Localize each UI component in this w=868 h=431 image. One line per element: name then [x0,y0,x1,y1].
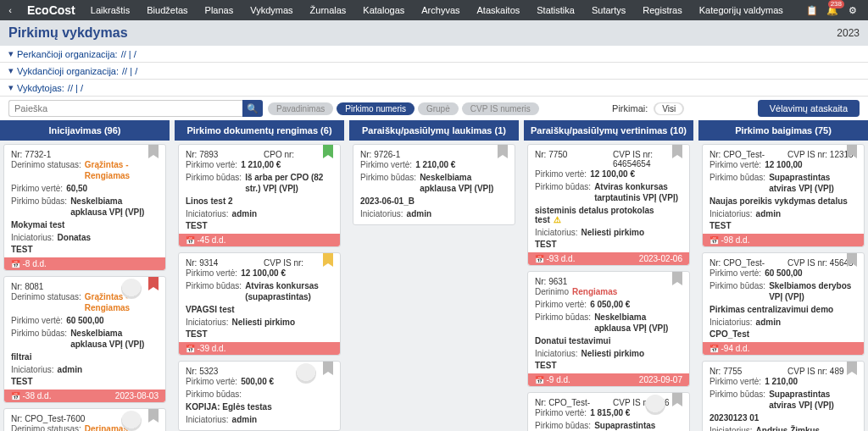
funnel-icon: ▾ [8,48,14,59]
card[interactable]: Nr: CPO_Test-CVP IS nr: 45645Pirkimo ver… [702,252,865,356]
pirkimai-label: Pirkimai: [612,103,648,113]
filter-panel: ▾ Perkančioji organizacija: // | / ▾ Vyk… [0,46,868,97]
card-footer: -98 d.d. [703,234,864,246]
card-title: 20230123 01 [709,413,857,423]
nav-item[interactable]: Ataskaitos [469,0,529,20]
logo: EcoCost [20,3,82,17]
card-title: sisteminis detalus protokolas test⚠ [535,206,682,224]
avatar [296,363,316,384]
board-column: Pirkimo dokumentų rengimas (6)Nr: 7893CP… [175,120,344,431]
card-footer: -9 d.d.2023-09-07 [528,373,689,386]
visi-toggle[interactable]: Visi [654,102,684,115]
card-title: 2023-06-01_B [360,196,508,206]
filter-label: Perkančioji organizacija: [17,49,118,59]
gear-icon[interactable]: ⚙ [846,3,860,17]
card[interactable]: Nr: 9314CVP IS nr: Pirkimo vertė: 12 100… [178,252,341,356]
filter-value: // | / [68,83,83,93]
search-button[interactable]: 🔍 [242,100,263,117]
topbar-icons: 📋 🔔238 ⚙ [797,3,868,17]
board-column: Inicijavimas (96)Nr: 7732-1Derinimo stat… [0,120,170,431]
card-title: Naujas poreikis vykdymas detalus [709,196,857,206]
card-title: filtrai [11,352,159,362]
warning-icon: ⚠ [554,215,561,224]
card-footer: -38 d.d.2023-08-03 [4,390,165,402]
board-column: Pirkimo baigimas (75)Nr: CPO_Test-CVP IS… [698,120,868,431]
notif-badge: 238 [828,0,844,8]
card-title: KOPIJA: Eglės testas [186,402,333,412]
chip-name[interactable]: Pavadinimas [268,102,333,115]
card[interactable]: Nr: 9631Derinimo RengiamasPirkimo vertė:… [527,271,690,387]
filter-value: // | / [122,66,137,76]
mid-toggle: Pirkimai: Visi [544,102,753,115]
filter-label: Vykdytojas: [17,83,64,93]
avatar [121,279,142,299]
card-title: Mokymai test [11,220,159,229]
chip-number[interactable]: Pirkimo numeris [337,102,415,115]
card[interactable]: Nr: 9726-1Pirkimo vertė: 1 210,00 €Pirki… [353,144,515,225]
column-header: Pirkimo baigimas (75) [698,120,868,141]
nav-item[interactable]: Laikraštis [82,0,138,20]
topbar: ‹ EcoCost LaikraštisBiudžetasPlanasVykdy… [0,0,868,20]
filter-row-org2[interactable]: ▾ Vykdančioji organizacija: // | / [0,63,868,80]
card[interactable]: Nr: CPO_Test-CVP IS nr: 456Pirkimo vertė… [527,392,690,431]
card-title: Pirkimas centralizavimui demo [709,305,857,314]
nav-item[interactable]: Planas [197,0,242,20]
filter-row-org1[interactable]: ▾ Perkančioji organizacija: // | / [0,46,868,63]
nav-item[interactable]: Žurnalas [302,0,355,20]
card-footer: -45 d.d. [179,234,340,246]
card[interactable]: Nr: 7893CPO nr: Pirkimo vertė: 1 210,00 … [178,144,341,247]
card[interactable]: Nr: 5323Pirkimo vertė: 500,00 €Pirkimo b… [178,361,341,431]
search-box: 🔍 [8,100,263,117]
kanban-board: Inicijavimas (96)Nr: 7732-1Derinimo stat… [0,120,868,431]
filter-row-executor[interactable]: ▾ Vykdytojas: // | / [0,80,868,97]
column-header: Pirkimo dokumentų rengimas (6) [175,120,344,141]
card[interactable]: Nr: 7750CVP IS nr: 64654654Pirkimo vertė… [527,144,690,266]
card-footer: -94 d.d. [703,342,864,355]
card-footer: -8 d.d. [4,257,165,270]
card-title: Donatui testavimui [535,336,682,345]
nav-item[interactable]: Kategorijų valdymas [691,0,792,20]
funnel-icon: ▾ [8,65,14,76]
column-header: Paraiškų/pasiūlymų laukimas (1) [349,120,519,141]
card[interactable]: Nr: 7732-1Derinimo statusas: Grąžintas -… [3,144,166,271]
top-nav: LaikraštisBiudžetasPlanasVykdymasŽurnala… [82,0,797,20]
card-title: Linos test 2 [186,196,333,206]
funnel-icon: ▾ [8,82,14,93]
page-title: Pirkimų vykdymas [8,25,128,41]
bell-icon[interactable]: 🔔238 [826,3,839,17]
column-header: Inicijavimas (96) [0,120,170,141]
filter-chips: Pavadinimas Pirkimo numeris Grupė CVP IS… [268,102,539,115]
column-header: Paraiškų/pasiūlymų vertinimas (10) [524,120,693,141]
board-column: Paraiškų/pasiūlymų laukimas (1)Nr: 9726-… [349,120,519,431]
back-button[interactable]: ‹ [0,5,20,15]
chip-cvp[interactable]: CVP IS numeris [462,102,539,115]
card[interactable]: Nr: 7755CVP IS nr: 489Pirkimo vertė: 1 2… [702,361,865,431]
filter-label: Vykdančioji organizacija: [17,66,119,76]
avatar [645,395,665,415]
year: 2023 [837,27,860,39]
nav-item[interactable]: Registras [634,0,690,20]
filter-value: // | / [121,49,136,59]
chip-group[interactable]: Grupė [418,102,459,115]
avatar [121,411,142,431]
nav-item[interactable]: Archyvas [413,0,468,20]
clipboard-icon[interactable]: 📋 [805,3,819,17]
card[interactable]: Nr: 8081Derinimo statusas: Grąžintas - R… [3,276,166,403]
card[interactable]: Nr: CPO_Test-CVP IS nr: 12313Pirkimo ver… [702,144,865,247]
search-row: 🔍 Pavadinimas Pirkimo numeris Grupė CVP … [0,97,868,120]
nav-item[interactable]: Vykdymas [242,0,301,20]
card-footer: -39 d.d. [179,342,340,355]
card-footer: -93 d.d.2023-02-06 [528,252,689,265]
nav-item[interactable]: Katalogas [354,0,413,20]
board-column: Paraiškų/pasiūlymų vertinimas (10)Nr: 77… [524,120,693,431]
nav-item[interactable]: Biudžetas [138,0,196,20]
nav-item[interactable]: Sutartys [583,0,634,20]
page-title-bar: Pirkimų vykdymas 2023 [0,20,868,46]
card[interactable]: Nr: CPO_Test-7600Derinimo statusas: Deri… [3,408,166,431]
nav-item[interactable]: Statistika [528,0,583,20]
card-title: VPAGSI test [186,305,333,314]
delay-report-button[interactable]: Vėlavimų ataskaita [758,100,860,117]
search-input[interactable] [8,100,242,117]
